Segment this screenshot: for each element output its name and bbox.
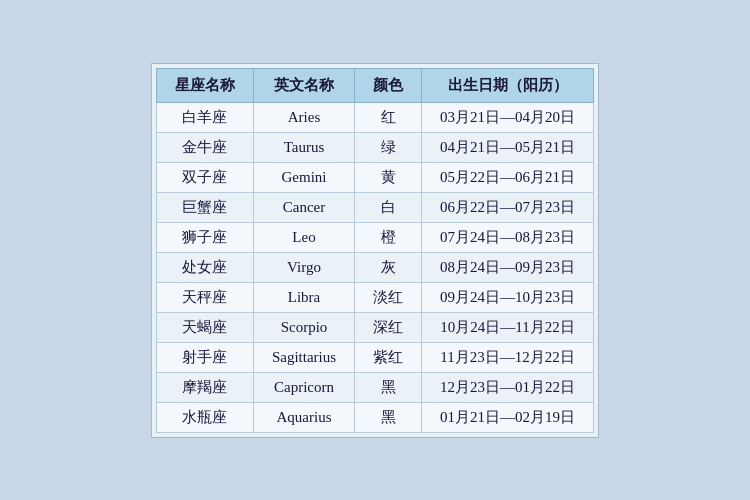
cell-english-name: Gemini <box>253 162 354 192</box>
cell-chinese-name: 狮子座 <box>156 222 253 252</box>
table-row: 金牛座Taurus绿04月21日—05月21日 <box>156 132 593 162</box>
cell-chinese-name: 金牛座 <box>156 132 253 162</box>
table-row: 天蝎座Scorpio深红10月24日—11月22日 <box>156 312 593 342</box>
cell-dates: 07月24日—08月23日 <box>422 222 594 252</box>
zodiac-table-container: 星座名称 英文名称 颜色 出生日期（阳历） 白羊座Aries红03月21日—04… <box>151 63 599 438</box>
zodiac-table: 星座名称 英文名称 颜色 出生日期（阳历） 白羊座Aries红03月21日—04… <box>156 68 594 433</box>
col-header-color: 颜色 <box>355 68 422 102</box>
table-row: 狮子座Leo橙07月24日—08月23日 <box>156 222 593 252</box>
table-row: 射手座Sagittarius紫红11月23日—12月22日 <box>156 342 593 372</box>
cell-color: 黄 <box>355 162 422 192</box>
cell-dates: 01月21日—02月19日 <box>422 402 594 432</box>
cell-english-name: Sagittarius <box>253 342 354 372</box>
cell-english-name: Taurus <box>253 132 354 162</box>
cell-chinese-name: 白羊座 <box>156 102 253 132</box>
cell-dates: 03月21日—04月20日 <box>422 102 594 132</box>
table-header-row: 星座名称 英文名称 颜色 出生日期（阳历） <box>156 68 593 102</box>
cell-dates: 05月22日—06月21日 <box>422 162 594 192</box>
cell-english-name: Libra <box>253 282 354 312</box>
table-row: 摩羯座Capricorn黑12月23日—01月22日 <box>156 372 593 402</box>
cell-chinese-name: 巨蟹座 <box>156 192 253 222</box>
cell-color: 深红 <box>355 312 422 342</box>
cell-color: 橙 <box>355 222 422 252</box>
cell-chinese-name: 天蝎座 <box>156 312 253 342</box>
table-body: 白羊座Aries红03月21日—04月20日金牛座Taurus绿04月21日—0… <box>156 102 593 432</box>
cell-chinese-name: 天秤座 <box>156 282 253 312</box>
col-header-dates: 出生日期（阳历） <box>422 68 594 102</box>
col-header-english: 英文名称 <box>253 68 354 102</box>
table-row: 双子座Gemini黄05月22日—06月21日 <box>156 162 593 192</box>
cell-chinese-name: 处女座 <box>156 252 253 282</box>
cell-color: 红 <box>355 102 422 132</box>
cell-chinese-name: 水瓶座 <box>156 402 253 432</box>
table-row: 白羊座Aries红03月21日—04月20日 <box>156 102 593 132</box>
table-row: 巨蟹座Cancer白06月22日—07月23日 <box>156 192 593 222</box>
col-header-chinese: 星座名称 <box>156 68 253 102</box>
cell-dates: 11月23日—12月22日 <box>422 342 594 372</box>
cell-chinese-name: 射手座 <box>156 342 253 372</box>
cell-english-name: Aquarius <box>253 402 354 432</box>
cell-english-name: Capricorn <box>253 372 354 402</box>
cell-color: 淡红 <box>355 282 422 312</box>
table-row: 天秤座Libra淡红09月24日—10月23日 <box>156 282 593 312</box>
cell-english-name: Leo <box>253 222 354 252</box>
cell-dates: 12月23日—01月22日 <box>422 372 594 402</box>
cell-color: 紫红 <box>355 342 422 372</box>
table-row: 处女座Virgo灰08月24日—09月23日 <box>156 252 593 282</box>
cell-chinese-name: 双子座 <box>156 162 253 192</box>
cell-chinese-name: 摩羯座 <box>156 372 253 402</box>
cell-dates: 04月21日—05月21日 <box>422 132 594 162</box>
cell-dates: 09月24日—10月23日 <box>422 282 594 312</box>
cell-color: 黑 <box>355 402 422 432</box>
cell-dates: 08月24日—09月23日 <box>422 252 594 282</box>
cell-dates: 06月22日—07月23日 <box>422 192 594 222</box>
cell-english-name: Cancer <box>253 192 354 222</box>
table-row: 水瓶座Aquarius黑01月21日—02月19日 <box>156 402 593 432</box>
cell-english-name: Scorpio <box>253 312 354 342</box>
cell-color: 白 <box>355 192 422 222</box>
cell-color: 绿 <box>355 132 422 162</box>
cell-english-name: Aries <box>253 102 354 132</box>
cell-english-name: Virgo <box>253 252 354 282</box>
cell-color: 黑 <box>355 372 422 402</box>
cell-color: 灰 <box>355 252 422 282</box>
cell-dates: 10月24日—11月22日 <box>422 312 594 342</box>
